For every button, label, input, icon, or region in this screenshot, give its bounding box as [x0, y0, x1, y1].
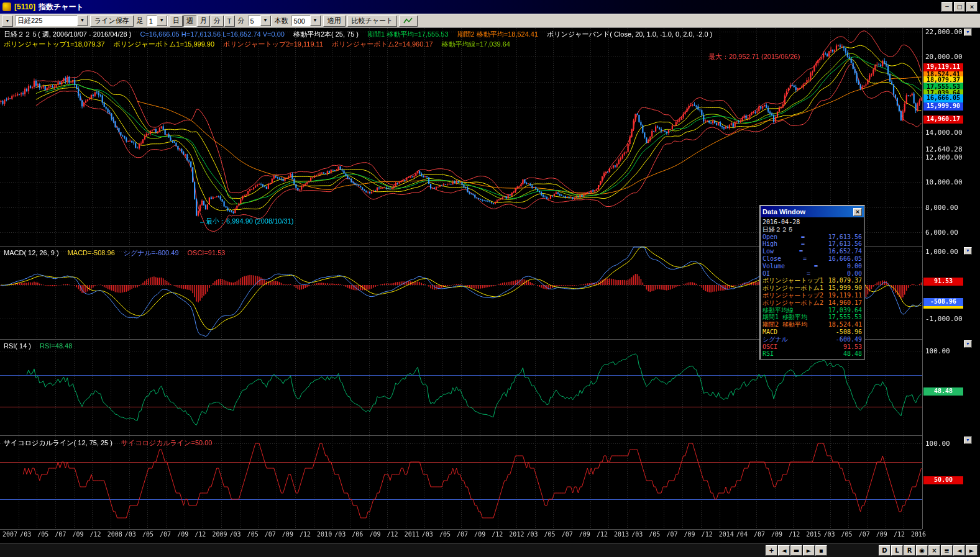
data-window-titlebar[interactable]: Data Window ×	[761, 206, 864, 217]
minute-label: 分	[237, 16, 246, 25]
statusbar-scroll-buttons: +◄▬►▪	[766, 545, 827, 556]
compare-chart-button[interactable]: 比較チャート	[347, 16, 398, 27]
mode-d-button[interactable]: D	[879, 545, 891, 556]
data-window-row: ボリンジャーボトム115,999.90	[761, 284, 864, 292]
rsi-axis-label: 100.00	[925, 347, 970, 355]
interval-select-value: 1	[149, 17, 153, 25]
scroll-thumb-button[interactable]: ▬	[790, 545, 802, 556]
macd-axis-label: -1,000.00	[925, 315, 970, 323]
bars-select-value: 500	[294, 17, 305, 25]
price-axis-label: 12,640.28	[925, 145, 970, 153]
interval-select[interactable]: 1 ▼	[147, 16, 168, 26]
macd-header-item: MACD=-508.96	[68, 249, 115, 256]
app-window: [5110] 指数チャート ─ □ × ▼ 日経225 ▼ ライン保存 足 1 …	[0, 0, 980, 557]
trendline-icon	[403, 17, 413, 24]
rsi-header-item: RSI( 14 )	[4, 342, 31, 350]
psychological-header-item: サイコロジカルライン=50.00	[121, 439, 213, 446]
chart-area: 日経２２５( 週, 2006/10/07 - 2016/04/28 )C=16,…	[0, 28, 980, 543]
macd-header: MACD( 12, 26, 9 )MACD=-508.96シグナル=-600.4…	[4, 248, 234, 258]
chevron-down-icon: ▼	[260, 16, 271, 26]
data-window[interactable]: Data Window × 2016-04-28日経２２５Open=17,613…	[759, 205, 865, 360]
chart-menu-button[interactable]: ▼	[2, 16, 13, 27]
period-button-分[interactable]: 分	[211, 16, 224, 27]
symbol-select[interactable]: 日経225 ▼	[15, 16, 88, 26]
price-value-tag: 14,960.17	[923, 115, 963, 124]
title-bar: [5110] 指数チャート ─ □ ×	[0, 0, 980, 14]
mode-l-button[interactable]: L	[891, 545, 903, 556]
close-button[interactable]: ×	[966, 2, 978, 12]
data-window-row: 移動平均線17,039.64	[761, 307, 864, 314]
bars-label: 本数	[273, 16, 290, 25]
macd-panel-menu-button[interactable]: ▼	[964, 247, 972, 255]
data-window-close-button[interactable]: ×	[853, 208, 862, 216]
max-price-annotation: 最大：20,952.71 (2015/06/26)	[708, 52, 800, 61]
bollinger-header-item: ボリンジャーボトム2=14,960.17	[332, 40, 433, 48]
psy-panel-menu-button[interactable]: ▼	[964, 437, 972, 444]
scroll-right-button[interactable]: ►	[803, 545, 815, 556]
trendline-tool-button[interactable]	[399, 16, 418, 27]
scroll-left-button[interactable]: ◄	[778, 545, 790, 556]
price-axis-label: 8,000.00	[925, 204, 970, 212]
price-header-item: ボリンジャーバンド( Close, 20, 1.0, -1.0, 0, 2.0,…	[547, 30, 712, 38]
psychological-header: サイコロジカルライン( 12, 75, 25 )サイコロジカルライン=50.00	[4, 438, 221, 448]
data-window-row: 期間2 移動平均18,524.41	[761, 321, 864, 328]
chevron-down-icon: ▼	[77, 16, 88, 26]
period-button-group: 日週月分T	[170, 16, 235, 27]
period-button-日[interactable]: 日	[170, 16, 183, 27]
statusbar-mode-buttons: DLR◉×≡◄►	[879, 545, 978, 556]
data-window-rows: 2016-04-28日経２２５Open=17,613.56High=17,613…	[761, 217, 864, 359]
data-window-row: Low=16,652.74	[761, 248, 864, 255]
window-title-code: [5110]	[14, 2, 35, 11]
bollinger-header-item: ボリンジャートップ1=18,079.37	[4, 40, 105, 48]
close-chart-button[interactable]: ×	[928, 545, 940, 556]
app-icon	[2, 2, 11, 11]
data-window-row: 2016-04-28	[761, 219, 864, 226]
period-button-T[interactable]: T	[224, 16, 235, 27]
data-window-row: ボリンジャートップ118,079.37	[761, 277, 864, 284]
data-window-row: OSCI91.53	[761, 343, 864, 351]
scroll-plus-button[interactable]: +	[766, 545, 777, 556]
rsi-header: RSI( 14 )RSI=48.48	[4, 342, 81, 350]
data-window-row: High=17,613.56	[761, 240, 864, 248]
period-button-週[interactable]: 週	[183, 16, 196, 27]
data-window-row: シグナル-600.49	[761, 336, 864, 343]
data-window-row: MACD-508.96	[761, 328, 864, 336]
data-window-row: 日経２２５	[761, 226, 864, 233]
data-window-row: OI=0.00	[761, 270, 864, 278]
data-window-row: Open=17,613.56	[761, 233, 864, 241]
price-panel-menu-button[interactable]: ▼	[964, 29, 972, 36]
price-axis-label: 20,000.00	[925, 53, 970, 61]
price-value-tag: 16,666.05	[923, 94, 963, 102]
price-header-line2: ボリンジャートップ1=18,079.37ボリンジャーボトム1=15,999.90…	[4, 40, 519, 49]
page-right-button[interactable]: ►	[966, 545, 978, 556]
window-controls: ─ □ ×	[941, 2, 978, 12]
price-value-tag: 19,119.11	[923, 63, 963, 71]
rsi-value-tag: 48.48	[923, 387, 963, 396]
rsi-header-item: RSI=48.48	[40, 342, 72, 350]
min-price-annotation: ←最小：6,994.90 (2008/10/31)	[199, 217, 293, 226]
apply-button[interactable]: 適用	[323, 16, 346, 27]
scroll-dot-button[interactable]: ▪	[815, 545, 827, 556]
minute-select[interactable]: 5 ▼	[248, 16, 272, 26]
period-button-月[interactable]: 月	[197, 16, 210, 27]
price-axis-label: 6,000.00	[925, 229, 970, 237]
data-window-row: Close=16,666.05	[761, 255, 864, 263]
list-button[interactable]: ≡	[941, 545, 953, 556]
price-header-item: C=16,666.05 H=17,613.56 L=16,652.74 V=0.…	[140, 30, 284, 38]
rsi-panel-menu-button[interactable]: ▼	[964, 340, 972, 348]
data-window-row: 期間1 移動平均17,555.53	[761, 314, 864, 321]
symbol-select-value: 日経225	[17, 16, 42, 25]
price-header-item: 期間1 移動平均=17,555.53	[367, 30, 449, 38]
maximize-button[interactable]: □	[954, 2, 965, 12]
window-title: 指数チャート	[39, 2, 84, 12]
price-header-line1: 日経２２５( 週, 2006/10/07 - 2016/04/28 )C=16,…	[4, 30, 721, 39]
mode-r-button[interactable]: R	[904, 545, 915, 556]
line-save-button[interactable]: ライン保存	[90, 16, 134, 27]
bars-select[interactable]: 500 ▼	[291, 16, 321, 26]
page-left-button[interactable]: ◄	[953, 545, 965, 556]
psychological-header-item: サイコロジカルライン( 12, 75, 25 )	[4, 439, 112, 446]
minimize-button[interactable]: ─	[941, 2, 953, 12]
status-bar: +◄▬►▪ DLR◉×≡◄►	[0, 543, 980, 557]
data-window-row: ボリンジャーボトム214,960.17	[761, 299, 864, 307]
zoom-button[interactable]: ◉	[916, 545, 928, 556]
